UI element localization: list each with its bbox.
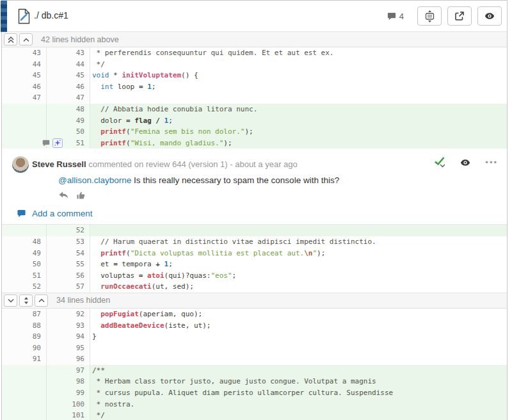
new-line-number[interactable]: 46 [47,81,90,93]
code-line[interactable]: popFugiat(aperiam, quo); [90,309,507,320]
old-line-number[interactable]: 44 [2,59,47,70]
expand-all-above-button[interactable] [4,33,17,45]
add-comment-link[interactable]: Add a comment [16,209,93,218]
diff-row: 48 // Abbatia hodie conubia litora nunc. [2,104,507,115]
resolve-dropdown[interactable] [434,156,445,168]
code-line[interactable]: * nostra. [90,399,507,410]
toggle-visibility-button[interactable] [477,6,502,26]
old-line-number[interactable]: 49 [2,248,47,259]
code-line[interactable] [90,92,507,104]
new-line-number[interactable]: 94 [47,331,90,343]
old-line-number[interactable]: 45 [2,70,47,81]
old-line-number[interactable]: 88 [2,320,47,332]
code-line[interactable]: printf("Wisi, mando gladius."); [90,138,507,149]
new-line-number[interactable]: 53 [47,236,90,248]
code-line[interactable]: void * initVoluptatem() { [90,70,507,81]
code-line[interactable]: // Abbatia hodie conubia litora nunc. [90,104,507,115]
reply-button[interactable] [58,191,69,200]
code-line[interactable] [90,343,507,354]
line-flags[interactable] [42,138,63,148]
new-line-number[interactable]: 57 [47,281,90,293]
code-line[interactable] [90,225,507,236]
old-line-number[interactable] [2,365,47,376]
expand-below-button[interactable] [4,295,17,307]
new-line-number[interactable]: 96 [47,353,90,365]
diff-row: 98 * Herbam class tortor justo, augue ju… [2,376,507,387]
new-line-number[interactable]: 51 [47,138,90,149]
old-line-number[interactable] [2,115,47,127]
old-line-number[interactable]: 89 [2,331,47,343]
old-line-number[interactable] [2,126,47,138]
old-line-number[interactable]: 48 [2,236,47,248]
old-line-number[interactable]: 51 [2,270,47,282]
code-line[interactable] [90,353,507,365]
old-line-number[interactable]: 91 [2,353,47,365]
code-line[interactable]: } [90,331,507,343]
open-in-new-window-button[interactable] [447,6,472,26]
old-line-number[interactable] [2,387,47,399]
new-line-number[interactable]: 100 [47,399,90,410]
code-line[interactable]: */ [90,59,507,70]
code-line[interactable]: // Harum quaerat in distinctio vitae adi… [90,236,507,248]
new-line-number[interactable]: 97 [47,365,90,376]
diff-row: 50 printf("Femina sem bis non dolor."); [2,126,507,138]
code-line[interactable]: runOccaecati(ut, sed); [90,281,507,293]
comment-visibility-button[interactable] [460,158,471,168]
code-line[interactable]: */ [90,410,507,420]
code-line[interactable]: et = tempora + 1; [90,259,507,270]
expand-up-button[interactable] [35,295,48,307]
new-line-number[interactable]: 47 [47,92,90,104]
diff-row: 49 dolor = flag / 1; [2,115,507,127]
expand-collapse-file-button[interactable] [417,6,442,26]
old-line-number[interactable] [2,399,47,410]
code-line[interactable]: /** [90,365,507,376]
comment-flag-icon[interactable] [42,139,51,147]
new-line-number[interactable]: 54 [47,248,90,259]
code-line[interactable]: * Herbam class tortor justo, augue justo… [90,376,507,387]
code-line[interactable]: voluptas = atoi(qui)?quas:"eos"; [90,270,507,282]
old-line-number[interactable]: 47 [2,92,47,104]
new-line-number[interactable]: 48 [47,104,90,115]
like-button[interactable] [76,191,86,200]
new-line-number[interactable]: 92 [47,309,90,320]
new-line-number[interactable]: 55 [47,259,90,270]
new-line-number[interactable]: 45 [47,70,90,81]
mention-link[interactable]: @allison.clayborne [58,175,131,185]
expand-all-hidden-button[interactable] [19,295,33,307]
new-line-number[interactable]: 95 [47,343,90,354]
avatar[interactable] [12,156,29,173]
old-line-number[interactable] [2,225,47,236]
more-menu-button[interactable]: ••• [485,158,498,167]
new-line-number[interactable]: 56 [47,270,90,282]
code-line[interactable]: * perferendis consequuntur qui quidem. E… [90,47,507,59]
new-line-number[interactable]: 99 [47,387,90,399]
old-line-number[interactable]: 52 [2,281,47,293]
new-line-number[interactable]: 50 [47,126,90,138]
old-line-number[interactable]: 90 [2,343,47,354]
code-line[interactable]: int loop = 1; [90,81,507,93]
old-line-number[interactable]: 46 [2,81,47,93]
old-line-number[interactable] [2,376,47,387]
ai-sparkle-icon[interactable] [52,138,63,148]
new-line-number[interactable]: 43 [47,47,90,59]
old-line-number[interactable]: 87 [2,309,47,320]
diff-row: 97/** [2,365,507,376]
new-line-number[interactable]: 93 [47,320,90,332]
new-line-number[interactable]: 98 [47,376,90,387]
old-line-number[interactable] [2,410,47,420]
new-line-number[interactable]: 49 [47,115,90,127]
hidden-lines-label: 42 lines hidden above [41,35,119,44]
new-line-number[interactable]: 52 [47,225,90,236]
code-line[interactable]: addBeataeDevice(iste, ut); [90,320,507,332]
code-line[interactable]: printf("Dicta voluptas mollitia est plac… [90,248,507,259]
code-line[interactable]: printf("Femina sem bis non dolor."); [90,126,507,138]
new-line-number[interactable]: 44 [47,59,90,70]
old-line-number[interactable] [2,104,47,115]
old-line-number[interactable]: 50 [2,259,47,270]
code-line[interactable]: * cursus pupula. Aliquet diam peristo ul… [90,387,507,399]
expand-above-button[interactable] [19,33,33,45]
code-line[interactable]: dolor = flag / 1; [90,115,507,127]
old-line-number[interactable] [2,138,47,149]
new-line-number[interactable]: 101 [47,410,90,420]
old-line-number[interactable]: 43 [2,47,47,59]
